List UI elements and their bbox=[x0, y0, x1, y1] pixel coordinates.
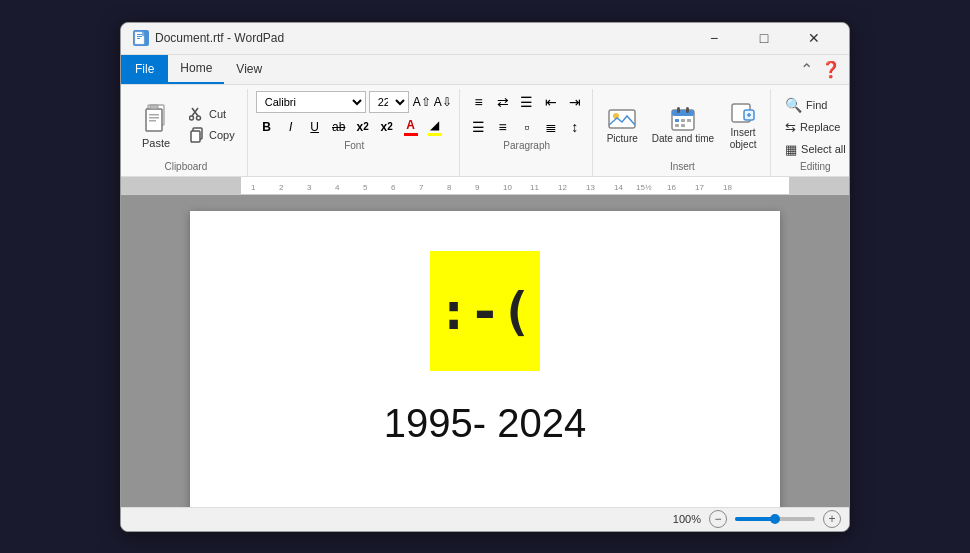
editing-label: Editing bbox=[800, 161, 831, 174]
font-size-buttons: A⇧ A⇩ bbox=[412, 91, 453, 113]
svg-rect-21 bbox=[677, 107, 680, 113]
svg-rect-27 bbox=[681, 124, 685, 127]
maximize-button[interactable]: □ bbox=[741, 24, 787, 52]
align-left-button[interactable]: ☰ bbox=[468, 116, 490, 138]
window-controls: − □ ✕ bbox=[691, 24, 837, 52]
cut-icon bbox=[189, 106, 205, 122]
svg-rect-2 bbox=[137, 36, 142, 37]
align-right-button[interactable]: ▫ bbox=[516, 116, 538, 138]
zoom-in-button[interactable]: + bbox=[823, 510, 841, 528]
picture-icon bbox=[608, 105, 636, 133]
help-icon[interactable]: ❓ bbox=[821, 60, 841, 79]
insert-group: Picture bbox=[595, 89, 771, 176]
cut-copy-group: Cut Copy bbox=[183, 104, 241, 145]
align-justify-button[interactable]: ≣ bbox=[540, 116, 562, 138]
highlight-color-button[interactable]: ◢ bbox=[424, 116, 446, 138]
replace-label: Replace bbox=[800, 121, 840, 133]
datetime-icon bbox=[669, 105, 697, 133]
insert-object-button[interactable]: Insertobject bbox=[722, 96, 764, 154]
picture-button[interactable]: Picture bbox=[601, 102, 644, 148]
menu-bar: File Home View ⌃ ❓ bbox=[121, 55, 849, 85]
select-all-icon: ▦ bbox=[785, 142, 797, 157]
font-shrink-button[interactable]: A⇩ bbox=[433, 91, 453, 113]
list-unordered-button[interactable]: ≡ bbox=[468, 91, 490, 113]
copy-button[interactable]: Copy bbox=[183, 125, 241, 145]
underline-button[interactable]: U bbox=[304, 116, 326, 138]
list-ordered-button[interactable]: ⇄ bbox=[492, 91, 514, 113]
sad-face-text: :-( bbox=[438, 281, 532, 341]
view-menu[interactable]: View bbox=[224, 55, 274, 84]
svg-rect-22 bbox=[686, 107, 689, 113]
svg-rect-25 bbox=[687, 119, 691, 122]
zoom-slider[interactable] bbox=[735, 517, 815, 521]
text-color-button[interactable]: A bbox=[400, 116, 422, 138]
indent-increase-button[interactable]: ⇥ bbox=[564, 91, 586, 113]
para-row2: ☰ ≡ ▫ ≣ ↕ bbox=[468, 116, 586, 138]
svg-rect-1 bbox=[137, 34, 142, 35]
line-spacing-button[interactable]: ↕ bbox=[564, 116, 586, 138]
indent-decrease-button[interactable]: ⇤ bbox=[540, 91, 562, 113]
paragraph-label: Paragraph bbox=[503, 140, 550, 153]
paste-button[interactable]: Paste bbox=[131, 97, 181, 153]
copy-icon bbox=[189, 127, 205, 143]
font-row1: Calibri 22 A⇧ A⇩ bbox=[256, 91, 453, 113]
font-group: Calibri 22 A⇧ A⇩ B I U bbox=[250, 89, 460, 176]
paste-icon bbox=[140, 101, 172, 137]
document-area[interactable]: :-( 1995- 2024 bbox=[121, 195, 849, 507]
svg-rect-7 bbox=[150, 105, 158, 109]
datetime-button[interactable]: Date and time bbox=[646, 102, 720, 148]
zoom-slider-thumb[interactable] bbox=[770, 514, 780, 524]
list-style-button[interactable]: ☰ bbox=[516, 91, 538, 113]
ruler-left-margin bbox=[121, 177, 241, 194]
insert-object-icon bbox=[729, 99, 757, 127]
align-center-button[interactable]: ≡ bbox=[492, 116, 514, 138]
font-family-select[interactable]: Calibri bbox=[256, 91, 366, 113]
clipboard-group: Paste bbox=[125, 89, 248, 176]
year-text: 1995- 2024 bbox=[384, 401, 586, 446]
select-all-label: Select all bbox=[801, 143, 846, 155]
editing-group: 🔍 Find ⇆ Replace ▦ Select all Editing bbox=[773, 89, 858, 176]
file-menu[interactable]: File bbox=[121, 55, 168, 84]
svg-rect-17 bbox=[609, 110, 635, 128]
home-menu[interactable]: Home bbox=[168, 55, 224, 84]
svg-rect-3 bbox=[137, 38, 140, 39]
subscript-button[interactable]: x2 bbox=[352, 116, 374, 138]
svg-rect-20 bbox=[672, 110, 694, 116]
clipboard-row: Paste bbox=[131, 91, 241, 159]
superscript-button[interactable]: x2 bbox=[376, 116, 398, 138]
sad-face-container: :-( bbox=[430, 251, 540, 371]
bold-button[interactable]: B bbox=[256, 116, 278, 138]
font-label: Font bbox=[344, 140, 364, 153]
title-bar: Document.rtf - WordPad − □ ✕ bbox=[121, 23, 849, 55]
ribbon-collapse-icon[interactable]: ⌃ bbox=[800, 60, 813, 79]
svg-rect-10 bbox=[149, 120, 156, 122]
find-label: Find bbox=[806, 99, 827, 111]
ruler-right-margin bbox=[789, 177, 849, 194]
ribbon-content: Paste bbox=[121, 85, 849, 176]
close-button[interactable]: ✕ bbox=[791, 24, 837, 52]
para-row1: ≡ ⇄ ☰ ⇤ ⇥ bbox=[468, 91, 586, 113]
font-grow-button[interactable]: A⇧ bbox=[412, 91, 432, 113]
clipboard-label: Clipboard bbox=[164, 161, 207, 174]
paragraph-group: ≡ ⇄ ☰ ⇤ ⇥ ☰ ≡ ▫ ≣ ↕ Paragraph bbox=[462, 89, 593, 176]
zoom-percent: 100% bbox=[673, 513, 701, 525]
cut-button[interactable]: Cut bbox=[183, 104, 241, 124]
font-size-select[interactable]: 22 bbox=[369, 91, 409, 113]
insert-object-label: Insertobject bbox=[730, 127, 757, 151]
ruler-inner: 1 2 3 4 5 6 7 8 9 10 11 12 13 14 15½ 16 bbox=[121, 177, 849, 194]
sad-face-box: :-( bbox=[430, 251, 540, 371]
replace-button[interactable]: ⇆ Replace bbox=[779, 118, 852, 137]
select-all-button[interactable]: ▦ Select all bbox=[779, 140, 852, 159]
zoom-out-button[interactable]: − bbox=[709, 510, 727, 528]
wordpad-window: Document.rtf - WordPad − □ ✕ File Home V… bbox=[120, 22, 850, 532]
svg-rect-16 bbox=[191, 131, 200, 142]
zoom-slider-fill bbox=[735, 517, 775, 521]
svg-rect-26 bbox=[675, 124, 679, 127]
minimize-button[interactable]: − bbox=[691, 24, 737, 52]
status-bar: 100% − + bbox=[121, 507, 849, 531]
find-button[interactable]: 🔍 Find bbox=[779, 95, 852, 115]
app-icon bbox=[133, 30, 149, 46]
strikethrough-button[interactable]: ab bbox=[328, 116, 350, 138]
find-icon: 🔍 bbox=[785, 97, 802, 113]
italic-button[interactable]: I bbox=[280, 116, 302, 138]
